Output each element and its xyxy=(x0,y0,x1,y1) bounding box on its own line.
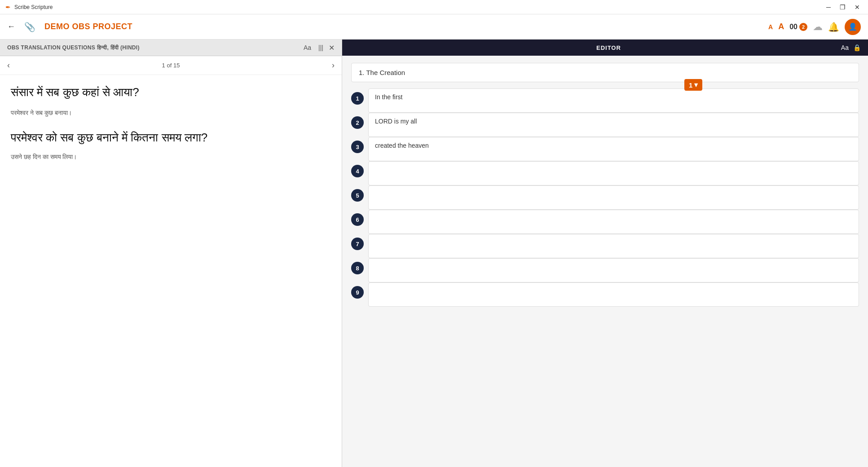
notif-num: 00 xyxy=(789,23,798,31)
verse-num-badge-6: 6 xyxy=(351,213,364,226)
next-button[interactable]: › xyxy=(332,61,335,70)
verse-row: 7 xyxy=(351,234,859,258)
editor-body: 1. The Creation 123456789 xyxy=(342,56,868,467)
restore-button[interactable]: ❐ xyxy=(837,3,848,12)
back-button[interactable]: ← xyxy=(7,22,15,31)
notification-badge[interactable]: 00 2 xyxy=(789,23,807,31)
verse-num-badge-8: 8 xyxy=(351,262,364,274)
verse-row: 9 xyxy=(351,282,859,307)
minimize-button[interactable]: ─ xyxy=(824,3,833,12)
toolbar: ← 📎 DEMO OBS PROJECT A A 00 2 ☁ 🔔 👤 xyxy=(0,14,868,40)
clip-icon-button[interactable]: 📎 xyxy=(22,20,37,34)
editor-header-right: Aa 🔒 xyxy=(841,44,861,51)
user-avatar[interactable]: 👤 xyxy=(845,19,861,35)
verse-row: 4 xyxy=(351,161,859,185)
verse-num-badge-5: 5 xyxy=(351,189,364,202)
answer-1: परमेश्वर ने सब कुछ बनाया। xyxy=(11,109,331,117)
left-panel-header: OBS TRANSLATION QUESTIONS हिन्दी, हिंदी … xyxy=(0,40,342,56)
verse-num-badge-2: 2 xyxy=(351,116,364,129)
verse-input-6[interactable] xyxy=(368,210,859,234)
verse-num-badge-7: 7 xyxy=(351,238,364,250)
app-name: Scribe Scripture xyxy=(14,4,53,10)
font-size-icon-button[interactable]: Aa xyxy=(302,43,313,52)
verse-rows-container: 123456789 xyxy=(351,88,859,307)
editor-header: EDITOR Aa 🔒 xyxy=(342,40,868,56)
cloud-button[interactable]: ☁ xyxy=(813,21,823,33)
title-bar: ✒ Scribe Scripture ─ ❐ ✕ xyxy=(0,0,868,14)
title-bar-left: ✒ Scribe Scripture xyxy=(5,4,53,11)
verse-input-3[interactable] xyxy=(368,137,859,161)
verse-input-1[interactable] xyxy=(368,88,859,113)
left-panel-nav: ‹ 1 of 15 › xyxy=(0,56,342,75)
verse-num-badge-1: 1 xyxy=(351,92,364,105)
verse-input-2[interactable] xyxy=(368,113,859,137)
verse-row: 6 xyxy=(351,210,859,234)
verse-row: 1 xyxy=(351,88,859,113)
pagination: 1 of 15 xyxy=(162,62,180,69)
left-panel-header-icons: Aa ||| ✕ xyxy=(302,43,335,52)
chapter-selector-button[interactable]: 1 ▾ xyxy=(684,79,702,91)
verse-num-badge-3: 3 xyxy=(351,141,364,153)
chapter-chevron-down-icon: ▾ xyxy=(694,81,698,89)
right-panel: 1 ▾ EDITOR Aa 🔒 1. The Creation 12345678… xyxy=(342,40,868,467)
toolbar-right: A A 00 2 ☁ 🔔 👤 xyxy=(768,19,861,35)
notif-count: 2 xyxy=(799,23,807,31)
verse-row: 2 xyxy=(351,113,859,137)
editor-lock-button[interactable]: 🔒 xyxy=(853,44,861,51)
chapter-title-input[interactable]: 1. The Creation xyxy=(351,63,859,82)
project-title: DEMO OBS PROJECT xyxy=(44,22,761,31)
question-2: परमेश्वर को सब कुछ बनाने में कितना समय ल… xyxy=(11,129,331,145)
panel-close-button[interactable]: ✕ xyxy=(329,44,335,52)
verse-row: 5 xyxy=(351,185,859,210)
verse-num-badge-9: 9 xyxy=(351,286,364,299)
verse-input-9[interactable] xyxy=(368,282,859,307)
title-bar-controls: ─ ❐ ✕ xyxy=(824,3,863,12)
chapter-title-value: 1. The Creation xyxy=(359,69,405,76)
verse-row: 8 xyxy=(351,258,859,282)
answer-2: उसने छह दिन का समय लिया। xyxy=(11,153,331,161)
verse-input-5[interactable] xyxy=(368,185,859,210)
prev-button[interactable]: ‹ xyxy=(7,61,10,70)
bell-button[interactable]: 🔔 xyxy=(828,22,839,32)
left-panel: OBS TRANSLATION QUESTIONS हिन्दी, हिंदी … xyxy=(0,40,342,467)
main-content: OBS TRANSLATION QUESTIONS हिन्दी, हिंदी … xyxy=(0,40,868,467)
user-icon: 👤 xyxy=(848,22,857,31)
app-icon: ✒ xyxy=(5,4,11,11)
chapter-num: 1 xyxy=(689,81,692,89)
column-icon-button[interactable]: ||| xyxy=(317,43,325,52)
verse-input-7[interactable] xyxy=(368,234,859,258)
close-button[interactable]: ✕ xyxy=(852,3,863,12)
question-1: संसार में सब कुछ कहां से आया? xyxy=(11,84,331,100)
verse-input-8[interactable] xyxy=(368,258,859,282)
verse-row: 3 xyxy=(351,137,859,161)
left-panel-body: संसार में सब कुछ कहां से आया? परमेश्वर न… xyxy=(0,75,342,467)
verse-num-badge-4: 4 xyxy=(351,165,364,177)
editor-font-button[interactable]: Aa xyxy=(841,44,849,51)
left-panel-title: OBS TRANSLATION QUESTIONS हिन्दी, हिंदी … xyxy=(7,44,140,51)
editor-label: EDITOR xyxy=(596,44,621,51)
verse-input-4[interactable] xyxy=(368,161,859,185)
font-small-button[interactable]: A xyxy=(768,23,773,31)
font-large-button[interactable]: A xyxy=(778,22,784,31)
